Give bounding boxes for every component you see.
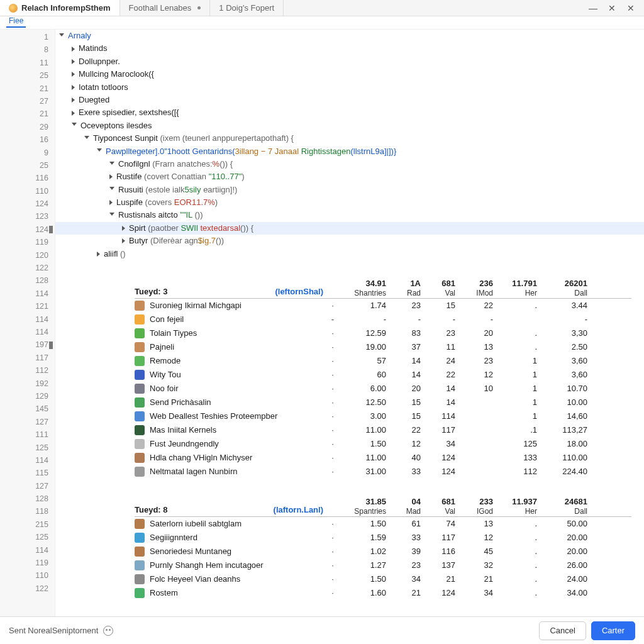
breakpoint-marker[interactable] <box>49 341 53 349</box>
table-row[interactable]: Wity Tou·6014221213,60 <box>135 368 631 382</box>
cell: 23 <box>386 559 421 572</box>
group-link[interactable]: (leftornShal) <box>275 286 323 298</box>
tree-row[interactable]: Spirt (paotber SWIl textedarsal()) { <box>55 222 644 235</box>
cell: . <box>493 299 537 312</box>
column-header[interactable]: 04Mad <box>386 497 421 516</box>
table-row[interactable]: Con fejeil------ <box>135 313 631 326</box>
table-row[interactable]: Send Prichàsalin·12.501514110.00 <box>135 396 631 409</box>
table-row[interactable]: Remode·5714242313,60 <box>135 354 631 368</box>
chevron-right-icon[interactable] <box>72 111 75 116</box>
table-row[interactable]: Neltmatal lagen Nunbirn·31.0033124112224… <box>135 465 631 479</box>
cell: 1.74 <box>342 299 386 312</box>
close-button-2[interactable]: ✕ <box>621 2 640 14</box>
column-header[interactable]: 236IMod <box>455 279 493 298</box>
column-header[interactable]: 31.85Spantries <box>342 497 386 516</box>
column-header[interactable]: 233IGod <box>455 497 493 516</box>
tab-2[interactable]: Foothall Lenabes <box>120 0 211 16</box>
tree-row[interactable]: Butyr (Diferèar agn$ig.7()) <box>59 235 644 247</box>
primary-button[interactable]: Carter <box>591 621 635 640</box>
chevron-down-icon[interactable] <box>109 187 114 192</box>
chevron-right-icon[interactable] <box>72 47 75 52</box>
table-row[interactable]: Folc Heyeel Vian deanhs·1.50342121.24.00 <box>135 572 631 586</box>
tree-row[interactable]: Duegted <box>59 94 644 106</box>
cell: 117 <box>421 531 455 544</box>
chevron-down-icon[interactable] <box>59 33 64 39</box>
chevron-down-icon[interactable] <box>84 136 89 142</box>
table-row[interactable]: Saterlorn iubelil sabtglam·1.50617413.50… <box>135 517 631 531</box>
tree-row[interactable]: Oceveptons ilesdes <box>59 119 644 132</box>
tree-row[interactable]: Pawplltegeter].0"1hoott Gentaridns(3illa… <box>59 145 644 158</box>
chevron-down-icon[interactable] <box>109 213 114 218</box>
tree-label: Rustife (covert Conattian "110..77") <box>116 170 245 183</box>
code-content[interactable]: ArnalyMatindsDollupnper.Mullcing Maroclo… <box>55 30 644 616</box>
tree-row[interactable]: Exere spisedier, sextshes([{ <box>59 106 644 119</box>
chevron-right-icon[interactable] <box>122 238 125 243</box>
column-header[interactable]: 11.791Her <box>493 279 537 298</box>
table-row[interactable]: Pajneli·19.00371113.2.50 <box>135 340 631 354</box>
chevron-right-icon[interactable] <box>97 252 100 257</box>
tree-row[interactable]: Luspife (covers EOR11.7%) <box>59 196 644 209</box>
table-row[interactable]: Fust Jeundngendly·1.50123412518.00 <box>135 437 631 451</box>
column-header[interactable]: 681Val <box>421 497 455 516</box>
cell: 10.00 <box>537 396 587 409</box>
table-row[interactable]: Segiiignnterd·1.593311712.20.00 <box>135 531 631 545</box>
tree-row[interactable]: Matinds <box>59 42 644 55</box>
cell: 2.50 <box>537 341 587 353</box>
chevron-down-icon[interactable] <box>72 123 77 128</box>
column-header[interactable]: 24681Dall <box>537 497 587 516</box>
tree-row[interactable]: Dollupnper. <box>59 55 644 68</box>
chevron-right-icon[interactable] <box>72 72 75 77</box>
table-row[interactable]: Hdla chang VHigln Michyser·11.0040124133… <box>135 451 631 465</box>
minimize-button[interactable]: — <box>584 2 602 14</box>
table-row[interactable]: Rostem·1.602112434.34.00 <box>135 586 631 600</box>
chevron-right-icon[interactable] <box>109 174 113 179</box>
feedback-icon[interactable] <box>103 626 113 636</box>
tab-bar: Relach InforempSthem Foothall Lenabes 1 … <box>0 0 644 16</box>
close-button[interactable]: ✕ <box>602 2 621 14</box>
table-row[interactable]: Purnly Shangh Hem incutagoer·1.272313732… <box>135 558 631 572</box>
tree-label: Pawplltegeter].0"1hoott Gentaridns(3illa… <box>106 145 396 158</box>
table-row[interactable]: Senoriedesi Muntaneg·1.023911645.20.00 <box>135 545 631 558</box>
cancel-button[interactable]: Cancel <box>539 621 586 640</box>
tree-row[interactable]: Mullcing Maroclook({ <box>59 68 644 80</box>
tree-row[interactable]: Cnofilgnl (Frarn anatches:%()) { <box>59 158 644 170</box>
chevron-right-icon[interactable] <box>109 200 113 205</box>
file-menu[interactable]: Fiee <box>6 16 26 28</box>
table-row[interactable]: Web Deallest Teshies Proteempber·3.00151… <box>135 409 631 423</box>
column-header[interactable]: 34.91Shantries <box>342 279 386 298</box>
row-marker: · <box>323 438 342 450</box>
tree-label: Duegted <box>79 94 109 106</box>
tree-row[interactable]: aliifl () <box>59 248 644 260</box>
tree-row[interactable]: Rustisnals aitcto ""IL ()) <box>59 209 644 221</box>
tree-row[interactable]: Iotatn totloors <box>59 81 644 94</box>
chevron-down-icon[interactable] <box>109 162 114 167</box>
tree-row[interactable]: Tiyponcest Sunpit (ixem (teunerl anppure… <box>59 132 644 145</box>
tab-1[interactable]: Relach InforempSthem <box>0 0 120 16</box>
cell: 34 <box>455 587 493 599</box>
column-header[interactable]: 11.937Her <box>493 497 537 516</box>
chevron-right-icon[interactable] <box>72 59 75 64</box>
column-header[interactable]: 681Val <box>421 279 455 298</box>
group-link[interactable]: (laftorn.Lanl) <box>274 504 323 516</box>
tree-row[interactable]: Arnaly <box>59 30 644 42</box>
table-row[interactable]: Tolain Tiypes·12.59832320.3,30 <box>135 326 631 340</box>
table-row[interactable]: Suronieg Ikirnal Michgapi·1.74231522.3.4… <box>135 299 631 313</box>
table-row[interactable]: Noo foir·6.00201410110.70 <box>135 382 631 396</box>
chevron-right-icon[interactable] <box>72 85 75 90</box>
column-header[interactable]: 1ARad <box>386 279 421 298</box>
tree-row[interactable]: Rustife (covert Conattian "110..77") <box>59 170 644 183</box>
cell: . <box>493 587 537 599</box>
tab-3[interactable]: 1 Doig's Fopert <box>210 0 284 16</box>
tree-label: Tiyponcest Sunpit (ixem (teunerl anppure… <box>93 132 294 145</box>
cell: 1.59 <box>342 531 386 544</box>
breakpoint-marker[interactable] <box>49 226 53 233</box>
chevron-right-icon[interactable] <box>72 97 75 103</box>
table-row[interactable]: Mas Iniital Kernels·11.0022117.1113,27 <box>135 423 631 437</box>
chevron-down-icon[interactable] <box>97 148 102 154</box>
column-header[interactable]: 26201Dall <box>537 279 587 298</box>
tree-row[interactable]: Rusuiti (estole ialk5sily eartiign]!) <box>59 184 644 196</box>
cell: 21 <box>421 573 455 586</box>
chevron-right-icon[interactable] <box>122 226 125 231</box>
row-name: Hdla chang VHigln Michyser <box>150 452 252 464</box>
row-icon <box>135 588 145 598</box>
